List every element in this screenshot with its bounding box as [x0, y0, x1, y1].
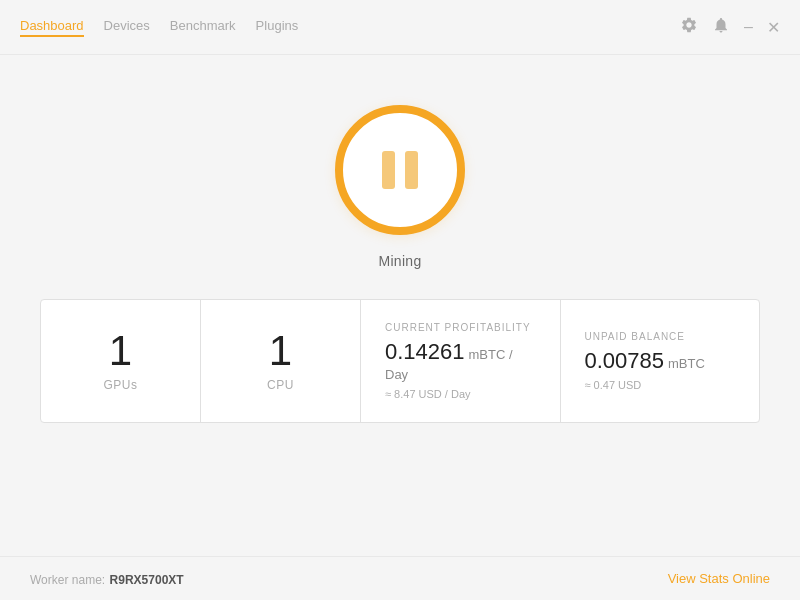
footer: Worker name: R9RX5700XT View Stats Onlin… — [0, 556, 800, 600]
pause-bar-left — [382, 151, 395, 189]
profitability-header: CURRENT PROFITABILITY — [385, 322, 531, 333]
worker-name-section: Worker name: R9RX5700XT — [30, 570, 184, 588]
close-icon[interactable]: ✕ — [767, 18, 780, 37]
balance-unit: mBTC — [668, 356, 705, 371]
pause-bar-right — [405, 151, 418, 189]
cpu-count-cell: 1 CPU — [201, 300, 361, 422]
gpu-count-cell: 1 GPUs — [41, 300, 201, 422]
profitability-cell: CURRENT PROFITABILITY 0.14261mBTC / Day … — [361, 300, 561, 422]
mining-status-label: Mining — [378, 253, 421, 269]
notifications-icon[interactable] — [712, 16, 730, 38]
balance-cell: UNPAID BALANCE 0.00785mBTC ≈ 0.47 USD — [561, 300, 760, 422]
main-content: Mining 1 GPUs 1 CPU CURRENT PROFITABILIT… — [0, 55, 800, 443]
stats-row: 1 GPUs 1 CPU CURRENT PROFITABILITY 0.142… — [40, 299, 760, 423]
cpu-count-value: 1 — [269, 330, 292, 372]
view-stats-link[interactable]: View Stats Online — [668, 571, 770, 586]
header: Dashboard Devices Benchmark Plugins – ✕ — [0, 0, 800, 55]
balance-header: UNPAID BALANCE — [585, 331, 686, 342]
balance-sub: ≈ 0.47 USD — [585, 379, 642, 391]
pause-icon — [382, 151, 418, 189]
balance-value: 0.00785 — [585, 348, 665, 373]
gpu-count-value: 1 — [109, 330, 132, 372]
minimize-icon[interactable]: – — [744, 18, 753, 36]
tab-dashboard[interactable]: Dashboard — [20, 18, 84, 37]
profitability-main: 0.14261mBTC / Day — [385, 339, 536, 383]
nav-tabs: Dashboard Devices Benchmark Plugins — [20, 18, 680, 37]
gpu-count-label: GPUs — [103, 378, 137, 392]
settings-icon[interactable] — [680, 16, 698, 38]
tab-plugins[interactable]: Plugins — [256, 18, 299, 37]
tab-benchmark[interactable]: Benchmark — [170, 18, 236, 37]
profitability-value: 0.14261 — [385, 339, 465, 364]
cpu-count-label: CPU — [267, 378, 294, 392]
worker-name-prefix: Worker name: — [30, 573, 105, 587]
mining-button-wrap: Mining — [335, 105, 465, 269]
balance-main: 0.00785mBTC — [585, 348, 705, 374]
tab-devices[interactable]: Devices — [104, 18, 150, 37]
mining-toggle-button[interactable] — [335, 105, 465, 235]
window-controls: – ✕ — [680, 16, 780, 38]
worker-name-value: R9RX5700XT — [110, 573, 184, 587]
profitability-sub: ≈ 8.47 USD / Day — [385, 388, 471, 400]
